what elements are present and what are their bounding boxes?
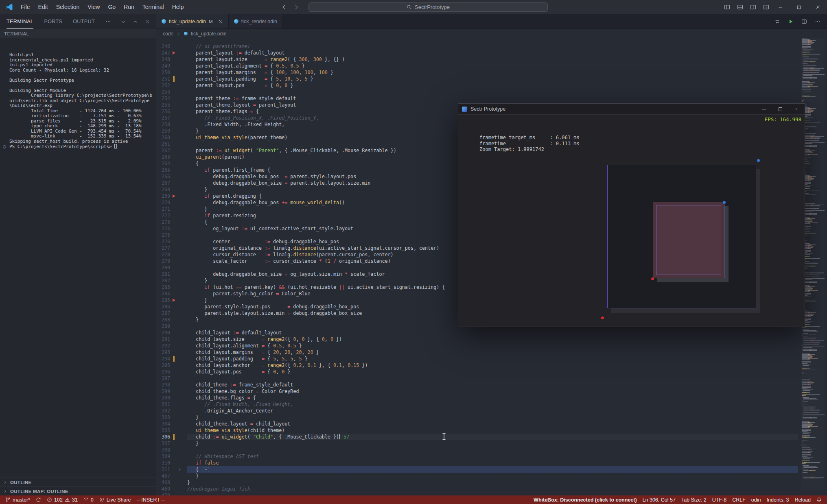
code-line-298[interactable]: 298 child_theme := frame_style_default [156, 382, 798, 388]
reload[interactable]: Reload [792, 495, 814, 504]
indents[interactable]: Indents: 3 [764, 495, 792, 504]
close-icon[interactable] [218, 19, 223, 24]
code-line-251[interactable]: 251 parent_layout.padding = { 5, 10, 5, … [156, 76, 798, 82]
live-share[interactable]: Live Share [96, 495, 134, 504]
code-line-249[interactable]: 249 parent_layout.alignment = { 0.5, 0.5… [156, 63, 798, 69]
layout-left-icon[interactable] [724, 4, 730, 10]
menu-go[interactable]: Go [104, 0, 120, 14]
menu-selection[interactable]: Selection [52, 0, 84, 14]
play-icon[interactable] [788, 19, 794, 24]
menu-file[interactable]: File [17, 0, 34, 14]
tab-tick_render-odin[interactable]: tick_render.odin [229, 14, 283, 28]
chevron-up-icon[interactable] [133, 19, 138, 24]
panel-tab-output[interactable]: OUTPUT [73, 14, 95, 29]
command-center-search[interactable]: SectrPrototype [308, 2, 548, 12]
close-button[interactable] [788, 104, 805, 114]
git-branch[interactable]: master* [2, 495, 33, 504]
code-line-248[interactable]: 248 parent_layout.size = range2( { 300, … [156, 56, 798, 63]
code-line-309[interactable]: 309 // Whitespace AST test [156, 453, 798, 460]
language-mode[interactable]: odin [748, 495, 764, 504]
outline-map-section[interactable]: OUTLINE MAP: OUTLINE [0, 487, 156, 495]
minimize-button[interactable] [756, 104, 772, 114]
code-line-305[interactable]: 305 ui_theme_via_style(child_theme) [156, 427, 798, 434]
code-line-290[interactable]: 290 child_layout := default_layout [156, 329, 798, 336]
code-line-291[interactable]: 291 child_layout.size = range2({ 0, 0 },… [156, 336, 798, 343]
whitebox-status[interactable]: WhiteBox: Disconnected (click to connect… [531, 495, 640, 504]
code-line-254[interactable]: 254 parent_theme := frame_style_default [156, 95, 798, 102]
maximize-button[interactable] [772, 104, 788, 114]
code-line-300[interactable]: 300 child_theme.flags = { [156, 395, 798, 401]
code-line-307[interactable]: 307 } [156, 440, 798, 447]
code-line-294[interactable]: 294 child_layout.padding = { 5, 5, 5, 5 … [156, 356, 798, 362]
maximize-button[interactable] [790, 0, 808, 14]
sectr-title-bar[interactable]: Sectr Prototype [458, 104, 805, 115]
menu-edit[interactable]: Edit [34, 0, 52, 14]
cursor-position[interactable]: Ln 306, Col 57 [640, 495, 678, 504]
compare-icon[interactable] [774, 19, 780, 24]
code-line-311[interactable]: 311› { ⋯ [156, 466, 798, 473]
tab-size[interactable]: Tab Size: 2 [678, 495, 709, 504]
notifications[interactable] [814, 495, 825, 504]
terminal-section-header[interactable]: TERMINAL [0, 29, 156, 38]
panel-tab-ports[interactable]: PORTS [44, 14, 62, 29]
back-arrow-icon[interactable] [281, 4, 287, 10]
minimize-button[interactable] [771, 0, 790, 14]
ellipsis-icon[interactable] [815, 19, 820, 24]
close-x-icon[interactable] [145, 19, 150, 24]
code-line-299[interactable]: 299 child_theme.bg_color = Color_GreyRed [156, 388, 798, 395]
forwarded-ports[interactable]: 0 [81, 495, 96, 504]
terminal-prompt[interactable]: PS C:\projects\SectrPrototype\scripts> [9, 144, 153, 150]
tab-tick_update-odin[interactable]: tick_update.odinM [156, 14, 229, 28]
code-line-292[interactable]: 292 child_layout.alignment = { 0.5, 0.5 … [156, 343, 798, 349]
encoding[interactable]: UTF-8 [709, 495, 729, 504]
code-line-250[interactable]: 250 parent_layout.margins = { 100, 100, … [156, 69, 798, 76]
panel-tab-terminal[interactable]: TERMINAL [7, 14, 33, 29]
problems[interactable]: 10231 [44, 495, 81, 504]
breadcrumb[interactable]: code tick_update.odin [156, 29, 827, 38]
code-line-246[interactable]: 246 // ui_parent(frame) [156, 43, 798, 50]
code-line-306[interactable]: 306 child := ui_widget( "Child", { .Mous… [156, 434, 798, 440]
code-line-253[interactable]: 253 [156, 89, 798, 95]
close-button[interactable] [808, 0, 827, 14]
git-sync[interactable] [33, 495, 44, 504]
code-token [187, 428, 196, 433]
code-line-469[interactable]: 469//endregion Imgui Tick [156, 486, 798, 492]
code-line-295[interactable]: 295 child_layout.anchor = range2({ 0.2, … [156, 362, 798, 369]
layout-bottom-icon[interactable] [737, 4, 743, 10]
code-line-303[interactable]: 303 } [156, 414, 798, 421]
code-line-308[interactable]: 308 [156, 447, 798, 453]
menu-help[interactable]: Help [168, 0, 188, 14]
code-line-304[interactable]: 304 child_theme.layout = child_layout [156, 421, 798, 427]
sectr-prototype-window[interactable]: Sectr Prototype FPS: 164.998 frametime_t… [458, 103, 805, 327]
terminal-output[interactable]: Build.ps1incremental_checks.ps1 imported… [0, 38, 156, 477]
code-line-302[interactable]: 302 .Origin_At_Anchor_Center [156, 408, 798, 414]
chevron-down-icon[interactable] [120, 19, 126, 24]
menu-run[interactable]: Run [120, 0, 138, 14]
layout-grid-icon[interactable] [763, 4, 769, 10]
code-line-297[interactable]: 297 [156, 375, 798, 382]
vim-mode[interactable]: -- INSERT -- [134, 495, 168, 504]
code-line-252[interactable]: 252 parent_layout.pos = { 0, 0 } [156, 82, 798, 89]
minimap-line [801, 459, 825, 460]
outline-section[interactable]: OUTLINE [0, 478, 156, 487]
breadcrumb-file[interactable]: tick_update.odin [191, 31, 226, 37]
code-line-296[interactable]: 296 child_layout.pos = { 0, 0 } [156, 369, 798, 375]
layout-right-icon[interactable] [750, 4, 756, 10]
folded-code-ellipsis[interactable]: ⋯ [203, 467, 209, 472]
breadcrumb-folder[interactable]: code [163, 31, 173, 37]
eol-sequence[interactable]: CRLF [729, 495, 748, 504]
child-widget-box[interactable] [653, 202, 724, 278]
menu-terminal[interactable]: Terminal [138, 0, 168, 14]
code-line-468[interactable]: 468} [156, 479, 798, 486]
code-line-470[interactable]: 470 [156, 492, 798, 495]
forward-arrow-icon[interactable] [293, 4, 300, 10]
fold-chevron-icon[interactable]: › [178, 466, 181, 473]
code-line-293[interactable]: 293 child_layout.margins = { 20, 20, 20,… [156, 349, 798, 356]
code-line-301[interactable]: 301 // .Fixed_Width, .Fixed_Height, [156, 401, 798, 408]
more-tabs-icon[interactable] [105, 14, 111, 29]
code-line-247[interactable]: 247 parent_layout := default_layout [156, 50, 798, 56]
code-line-310[interactable]: 310 if false [156, 460, 798, 466]
code-line-467[interactable]: 467 } [156, 473, 798, 479]
menu-view[interactable]: View [83, 0, 104, 14]
split-icon[interactable] [801, 19, 807, 24]
